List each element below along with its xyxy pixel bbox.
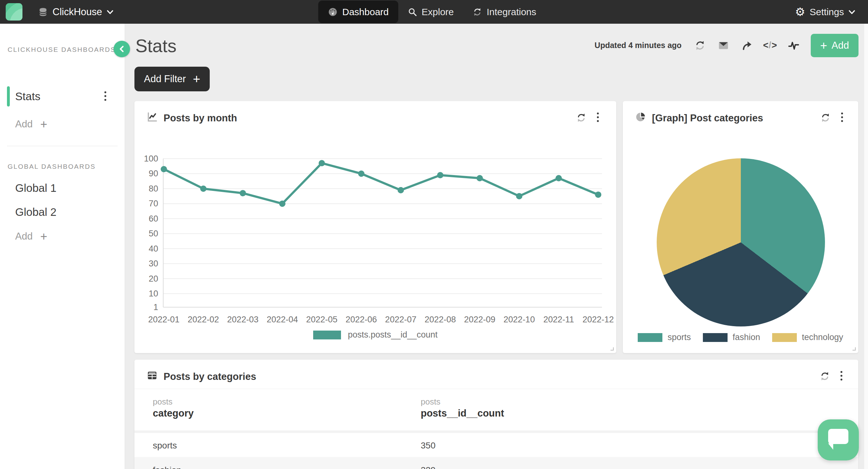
chat-bubble-tail [828,443,833,450]
card-kebab-menu[interactable] [841,112,843,122]
sidebar-section-global: GLOBAL DASHBOARDS [8,163,96,170]
pulse-icon [788,40,799,51]
updated-timestamp: Updated 4 minutes ago [595,41,682,50]
svg-text:50: 50 [149,229,158,238]
plus-icon: + [40,120,47,129]
pie-chart-card: [Graph] Post categories sports fashion t… [623,101,858,353]
gauge-icon [328,7,338,17]
settings-menu[interactable]: ⚙ Settings [795,0,855,24]
table-row[interactable]: fashion 329 [134,457,858,469]
svg-text:2022-06: 2022-06 [346,315,377,324]
activity-button[interactable] [787,39,800,52]
sidebar-item-global-1[interactable]: Global 1 [15,182,56,194]
add-global-dashboard-button[interactable]: Add + [15,231,47,242]
embed-code-button[interactable]: </> [764,39,777,52]
tab-dashboard-label: Dashboard [342,7,389,18]
add-chart-label: Add [832,40,849,51]
legend-swatch [772,333,797,342]
line-chart-card: Posts by month 1102030405060708090100202… [134,101,616,353]
svg-text:2022-08: 2022-08 [425,315,456,324]
svg-text:70: 70 [149,199,158,208]
mail-icon [718,40,729,51]
svg-text:2022-09: 2022-09 [464,315,495,324]
share-button[interactable] [741,39,753,52]
page-title: Stats [135,35,177,56]
active-indicator [7,86,10,106]
top-nav-bar: ClickHouse Dashboard Explore [0,0,868,24]
card-refresh-button[interactable] [819,111,832,124]
svg-text:2022-07: 2022-07 [385,315,416,324]
pie-chart-title: [Graph] Post categories [652,112,763,124]
card-refresh-button[interactable] [818,370,831,382]
add-chart-button[interactable]: + Add [811,34,859,57]
chat-widget-button[interactable] [818,420,859,461]
sync-icon [473,7,482,17]
database-icon [38,7,48,18]
legend-label: technology [802,332,843,342]
tab-dashboard[interactable]: Dashboard [318,1,398,23]
column-header-category[interactable]: category [153,408,194,419]
tab-explore-label: Explore [422,7,454,18]
resize-handle-icon[interactable] [609,345,614,351]
search-icon [408,7,417,17]
table-row[interactable]: sports 350 [134,433,858,457]
sidebar-collapse-button[interactable] [114,41,130,57]
line-chart-plot: 11020304050607080901002022-012022-022022… [134,101,616,353]
pie-chart-legend: sports fashion technology [623,332,858,342]
svg-text:2022-11: 2022-11 [544,315,574,324]
tab-explore[interactable]: Explore [398,1,463,23]
kebab-menu-icon[interactable] [104,91,106,101]
legend-item: sports [638,332,691,342]
cell-count: 350 [421,441,436,451]
cell-category: sports [153,441,177,451]
add-label: Add [15,119,33,130]
resize-handle-icon[interactable] [850,345,856,351]
app-logo[interactable] [6,3,23,21]
main-nav-tabs: Dashboard Explore Integrations [318,0,546,24]
pie-chart-icon [635,111,646,123]
card-header-divider [134,389,858,389]
settings-label: Settings [810,7,844,18]
chat-bubble-icon [828,429,848,444]
sidebar-item-stats[interactable]: Stats [0,86,125,106]
table-icon [147,370,158,381]
add-dashboard-button[interactable]: Add + [15,119,47,130]
scrollbar[interactable] [864,24,868,469]
refresh-button[interactable] [694,39,706,52]
svg-text:20: 20 [149,274,158,283]
line-chart-legend: posts.posts__id__count [134,330,616,340]
plus-icon: + [40,232,47,241]
sidebar-item-stats-label: Stats [15,90,40,103]
brand-name: ClickHouse [53,6,102,18]
share-arrow-icon [741,40,752,51]
card-kebab-menu[interactable] [840,371,842,380]
sidebar-section-clickhouse: CLICKHOUSE DASHBOARDS [8,46,116,54]
add-label: Add [15,231,33,242]
svg-text:2022-02: 2022-02 [188,315,219,324]
refresh-icon [819,371,830,381]
gear-icon: ⚙ [795,6,805,18]
column-group-label: posts [421,397,440,407]
legend-label: sports [668,332,691,342]
svg-text:2022-04: 2022-04 [267,315,298,324]
tab-integrations[interactable]: Integrations [463,1,546,23]
legend-item: technology [772,332,843,342]
svg-text:1: 1 [153,302,158,312]
sidebar: CLICKHOUSE DASHBOARDS Stats Add + GLOBAL… [0,24,125,469]
plus-icon: + [820,40,827,51]
column-header-count[interactable]: posts__id__count [421,408,504,419]
table-rows-divider [134,430,858,433]
database-switcher[interactable]: ClickHouse [38,0,114,24]
add-filter-button[interactable]: Add Filter + [134,67,210,91]
svg-text:30: 30 [149,259,158,268]
email-report-button[interactable] [717,39,730,52]
sidebar-item-global-2[interactable]: Global 2 [15,206,56,219]
svg-text:90: 90 [149,169,158,178]
legend-label: posts.posts__id__count [348,330,438,340]
svg-text:80: 80 [149,184,158,193]
cell-count: 329 [421,465,436,469]
legend-swatch [703,333,727,342]
svg-text:2022-05: 2022-05 [306,315,338,324]
legend-swatch [638,333,662,342]
svg-text:100: 100 [144,154,158,163]
